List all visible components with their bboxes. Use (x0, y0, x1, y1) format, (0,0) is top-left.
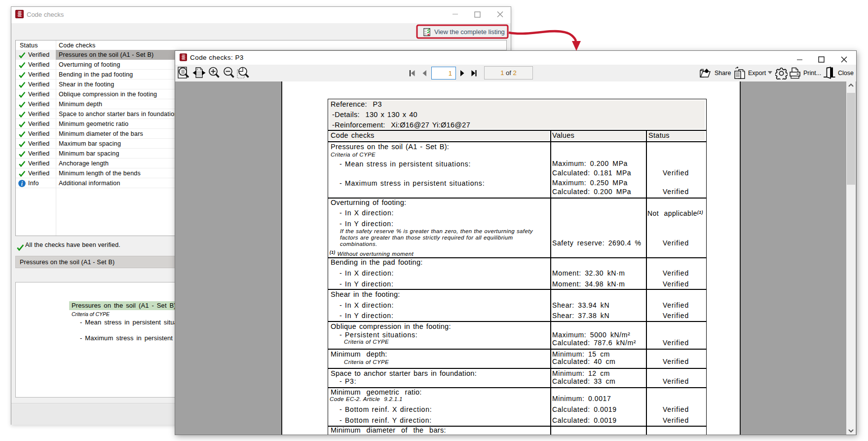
svg-text:i: i (21, 180, 23, 186)
